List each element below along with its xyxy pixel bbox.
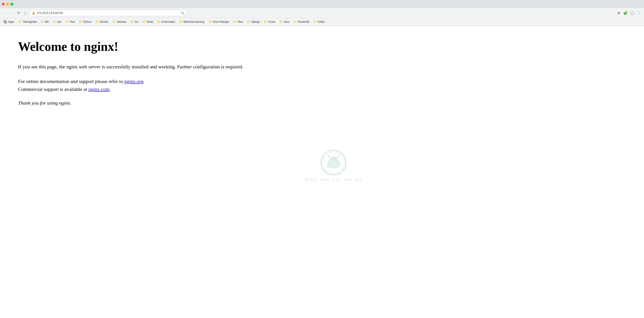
bookmark-kafka[interactable]: 📁 Kafka [312,19,326,24]
folder-icon: 📁 [280,20,283,23]
bookmark-label: Knox+Ranger [213,20,230,23]
folder-icon: 📁 [142,20,146,23]
bookmark-label: Hadoop [117,20,126,23]
folder-icon: 📁 [96,20,99,23]
title-bar [0,0,644,8]
bookmark-python[interactable]: 📁 Python [77,19,93,24]
reload-button[interactable]: ⟳ [15,10,22,16]
paragraph-3: Thank you for using nginx. [18,100,298,106]
folder-icon: 📁 [247,20,250,23]
bookmark-machinelearning[interactable]: 📁 MachineLearning [178,19,206,24]
nginx-com-link[interactable]: nginx.com [88,86,110,92]
para2-text-after: . [110,86,111,92]
extensions-button[interactable]: 🧩 [622,10,629,16]
folder-icon: 📁 [79,20,82,23]
bookmark-label: Go [135,20,138,23]
bookmark-label: Java [284,20,289,23]
address-search-icon: 🔍 [181,11,184,15]
bookmark-apps[interactable]: Apps [2,19,16,24]
bookmark-label: solr [57,20,62,23]
bookmark-label: Docker [100,20,108,23]
bookmark-java[interactable]: 📁 Java [278,19,291,24]
bookmark-apps-label: Apps [8,20,14,23]
folder-icon: 📁 [53,20,56,23]
bookmark-solr[interactable]: 📁 solr [51,19,63,24]
bookmark-label: Hive [238,20,243,23]
folder-icon: 📁 [157,20,160,23]
page-heading: Welcome to nginx! [18,39,298,54]
apps-grid-icon [4,20,7,23]
para2-text-before: For online documentation and support ple… [18,78,124,84]
bookmark-talkingdata[interactable]: 📁 TalkingData [16,19,38,24]
profile-button[interactable]: ◯ [629,10,636,16]
url-text: 172.20.0.113:32724 [37,11,179,15]
bookmark-label: Oozie [268,20,275,23]
bookmark-prestodb[interactable]: 📁 PrestoDB [292,19,311,24]
browser-chrome: ← → ⟳ ⌂ 🔒 172.20.0.113:32724 🔍 ★ 🧩 ◯ ⋮ [0,0,644,26]
nav-buttons: ← → ⟳ ⌂ [2,10,28,16]
folder-icon: 📁 [208,20,212,23]
folder-icon: 📁 [130,20,134,23]
folder-icon: 📁 [66,20,69,23]
traffic-lights [2,3,13,6]
minimize-button[interactable] [6,3,9,6]
bookmark-hive[interactable]: 📁 Hive [232,19,245,24]
bookmark-label: Druid [147,20,153,23]
bookmark-me[interactable]: 📁 Me [39,19,51,24]
folder-icon: 📁 [314,20,317,23]
bookmark-label: Kubernetes [161,20,175,23]
star-button[interactable]: ★ [616,10,622,16]
folder-icon: 📁 [264,20,267,23]
bookmark-kubernetes[interactable]: 📁 Kubernetes [155,19,177,24]
bookmark-label: Kafka [318,20,325,23]
address-bar[interactable]: 🔒 172.20.0.113:32724 🔍 [29,10,187,16]
bookmark-label: Hue [70,20,75,23]
bookmark-label: TalkingData [22,20,37,23]
bookmark-label: PrestoDB [298,20,309,23]
bookmark-hadoop[interactable]: 📁 Hadoop [111,19,128,24]
back-button[interactable]: ← [2,10,8,16]
bookmark-knox-ranger[interactable]: 📁 Knox+Ranger [207,19,231,24]
lock-icon: 🔒 [32,11,36,15]
bookmarks-bar: Apps 📁 TalkingData 📁 Me 📁 solr 📁 Hue 📁 P… [0,18,644,26]
folder-icon: 📁 [41,20,44,23]
folder-icon: 📁 [112,20,116,23]
bookmark-hue[interactable]: 📁 Hue [64,19,76,24]
forward-button[interactable]: → [8,10,15,16]
home-button[interactable]: ⌂ [22,10,28,16]
bookmark-label: Django [251,20,260,23]
bookmark-django[interactable]: 📁 Django [245,19,262,24]
maximize-button[interactable] [10,3,13,6]
bookmark-druid[interactable]: 📁 Druid [140,19,155,24]
paragraph-1: If you see this page, the nginx web serv… [18,63,298,71]
bookmark-go[interactable]: 📁 Go [129,19,140,24]
nginx-org-link[interactable]: nginx.org [124,78,144,84]
menu-button[interactable]: ⋮ [636,10,642,16]
folder-icon: 📁 [179,20,183,23]
folder-icon: 📁 [233,20,236,23]
paragraph-2: For online documentation and support ple… [18,77,298,93]
bookmark-label: Python [83,20,92,23]
toolbar-right: ★ 🧩 ◯ ⋮ [616,10,642,16]
bookmark-label: MachineLearning [184,20,204,23]
bookmark-label: Me [45,20,49,23]
page-content: Welcome to nginx! If you see this page, … [0,26,316,119]
close-button[interactable] [2,3,5,6]
folder-icon: 📁 [294,20,297,23]
bookmark-docker[interactable]: 📁 Docker [94,19,110,24]
bookmark-oozie[interactable]: 📁 Oozie [262,19,277,24]
folder-icon: 📁 [18,20,22,23]
